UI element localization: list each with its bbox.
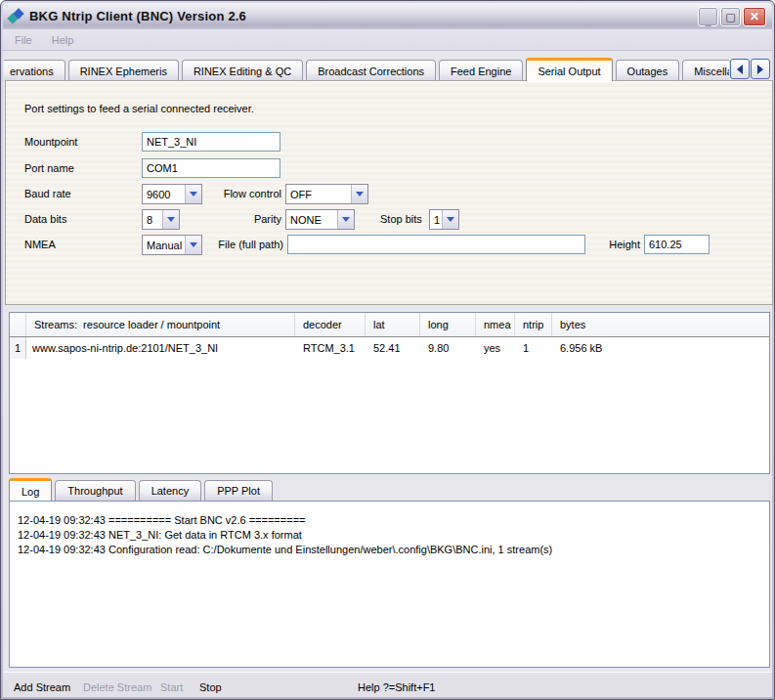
tab-throughput[interactable]: Throughput [55,480,135,501]
tab-serial-output[interactable]: Serial Output [526,58,612,81]
start-button[interactable]: Start [160,681,183,693]
log-line: 12-04-19 09:32:43 NET_3_NI: Get data in … [18,528,769,543]
tab-rinex-ephemeris[interactable]: RINEX Ephemeris [68,60,179,81]
col-nmea: nmea [476,313,515,336]
panel-description: Port settings to feed a serial connected… [24,103,254,116]
tab-scroll-left-button[interactable] [730,59,750,79]
tab-feed-engine[interactable]: Feed Engine [439,60,523,81]
cell-long: 9.80 [420,342,476,354]
chevron-down-icon [351,185,367,203]
nmea-select[interactable]: Manual [142,235,202,255]
parity-select[interactable]: NONE [285,209,355,230]
close-icon: ✕ [750,10,759,23]
baud-rate-label: Baud rate [24,188,71,201]
tab-broadcast-corrections[interactable]: Broadcast Corrections [306,60,436,81]
delete-stream-button[interactable]: Delete Stream [83,681,151,693]
main-area: ervations RINEX Ephemeris RINEX Editing … [3,51,772,697]
col-lat: lat [366,313,420,336]
minimize-button[interactable]: _ [698,7,718,26]
chevron-down-icon [185,236,201,254]
tab-miscellaneous[interactable]: Miscellaneous [682,60,729,81]
height-input[interactable]: 610.25 [644,235,710,254]
col-decoder: decoder [295,313,366,336]
parity-label: Parity [162,213,281,227]
bnc-window: BKG Ntrip Client (BNC) Version 2.6 _ ▢ ✕… [0,0,775,700]
file-path-label: File (full path) [201,239,283,252]
tab-rinex-editing-qc[interactable]: RINEX Editing & QC [182,60,303,81]
arrow-left-icon [737,65,743,74]
add-stream-button[interactable]: Add Stream [14,681,70,693]
log-line: 12-04-19 09:32:43 Configuration read: C:… [18,543,769,557]
close-button[interactable]: ✕ [743,7,766,26]
menu-file[interactable]: File [3,34,42,46]
port-name-label: Port name [24,162,74,176]
col-long: long [420,313,476,336]
tab-log[interactable]: Log [9,478,52,501]
flow-control-select[interactable]: OFF [285,184,368,204]
file-path-input[interactable] [287,235,585,254]
stop-bits-label: Stop bits [380,213,422,227]
cell-decoder: RTCM_3.1 [295,342,366,354]
cell-nmea: yes [476,342,515,354]
chevron-down-icon [337,210,354,229]
bottom-button-bar: Add Stream Delete Stream Start Stop Help… [3,672,772,697]
log-line: 12-04-19 09:32:43 ========== Start BNC v… [18,513,769,528]
minimize-icon: _ [705,15,710,26]
cell-lat: 52.41 [366,342,420,354]
tab-latency[interactable]: Latency [139,480,202,501]
tab-outages[interactable]: Outages [616,60,680,81]
data-bits-label: Data bits [24,213,66,227]
port-name-input[interactable]: COM1 [142,158,280,178]
title-bar[interactable]: BKG Ntrip Client (BNC) Version 2.6 _ ▢ ✕ [3,3,772,29]
stop-button[interactable]: Stop [199,681,222,693]
stop-bits-select[interactable]: 1 [429,209,459,230]
col-bytes: bytes [552,313,769,336]
arrow-right-icon [757,65,763,74]
tab-scroll-right-button[interactable] [751,59,770,79]
bnc-app-icon [9,9,24,24]
nmea-label: NMEA [24,239,56,252]
cell-ntrip: 1 [515,342,552,354]
flow-control-label: Flow control [162,188,281,201]
maximize-button[interactable]: ▢ [720,7,741,26]
mountpoint-input[interactable]: NET_3_NI [142,132,280,152]
streams-table: Streams: resource loader / mountpoint de… [9,312,770,474]
mountpoint-label: Mountpoint [24,136,77,150]
log-tab-bar: Log Throughput Latency PPP Plot [9,478,276,501]
serial-output-panel: Port settings to feed a serial connected… [5,80,773,305]
row-number: 1 [10,337,26,359]
tab-ppp-plot[interactable]: PPP Plot [204,480,273,501]
help-button[interactable]: Help ?=Shift+F1 [358,681,436,693]
streams-table-header: Streams: resource loader / mountpoint de… [10,313,769,337]
menu-bar: File Help [3,29,772,51]
window-title: BKG Ntrip Client (BNC) Version 2.6 [29,9,246,23]
top-tab-bar: ervations RINEX Ephemeris RINEX Editing … [4,58,729,81]
tab-observations[interactable]: ervations [4,60,65,81]
col-ntrip: ntrip [515,313,552,336]
log-output[interactable]: 12-04-19 09:32:43 ========== Start BNC v… [9,501,770,668]
table-row[interactable]: 1 www.sapos-ni-ntrip.de:2101/NET_3_NI RT… [10,337,769,359]
cell-mountpoint: www.sapos-ni-ntrip.de:2101/NET_3_NI [26,342,295,354]
maximize-icon: ▢ [725,11,735,23]
cell-bytes: 6.956 kB [552,342,769,354]
chevron-down-icon [442,210,458,229]
col-streams-mountpoint: Streams: resource loader / mountpoint [26,313,295,336]
height-label: Height [597,239,640,252]
menu-help[interactable]: Help [42,34,84,46]
